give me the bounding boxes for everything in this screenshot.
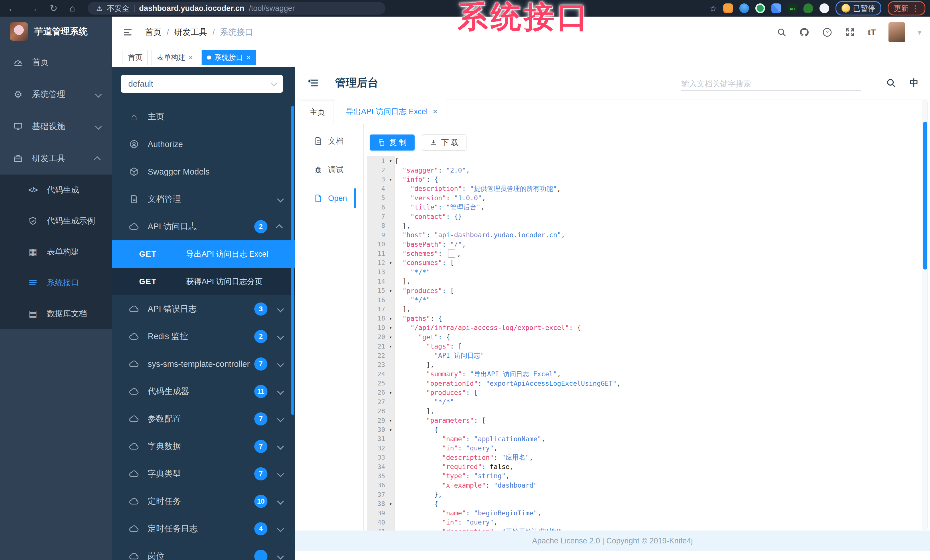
json-editor[interactable]: 1▾ 2 3▾ 4 5 6 7 8 9 10 11 12▾ 13 14 15▾ … — [367, 156, 910, 531]
swagger-item-top-3[interactable]: 文档管理 — [112, 186, 295, 213]
swagger-scrollbar[interactable] — [291, 106, 294, 415]
back-icon[interactable]: ← — [8, 3, 17, 14]
collapsed-fold-icon[interactable] — [448, 250, 455, 258]
breadcrumb-item[interactable]: 系统接口 — [220, 27, 253, 38]
fold-caret-icon[interactable]: ▾ — [387, 260, 394, 265]
sidebar-item-3[interactable]: 研发工具 — [0, 143, 112, 175]
view-tab-Open[interactable]: Open — [295, 187, 363, 210]
download-button[interactable]: 下 载 — [422, 135, 467, 150]
fontsize-icon[interactable]: tT — [868, 28, 876, 37]
forward-icon[interactable]: → — [29, 3, 38, 14]
ext-translate-icon[interactable]: cn — [787, 3, 797, 13]
address-bar[interactable]: ⚠ 不安全 dashboard.yudao.iocoder.cn /tool/s… — [88, 2, 385, 15]
sidebar-subitem-3[interactable]: 系统接口 — [0, 267, 112, 298]
view-tab-文档[interactable]: 文档 — [295, 129, 363, 153]
language-toggle[interactable]: 中 — [910, 77, 919, 89]
app-logo[interactable]: 芋道管理系统 — [0, 17, 112, 46]
fold-caret-icon[interactable]: ▾ — [387, 427, 394, 433]
sidebar-item-1[interactable]: ⚙ 系统管理 — [0, 78, 112, 110]
swagger-item-bottom-3[interactable]: 代码生成器 11 — [112, 378, 295, 405]
swagger-item-bottom-1[interactable]: Redis 监控 2 — [112, 323, 295, 350]
doc-tab-主页[interactable]: 主页 — [301, 100, 334, 124]
view-tab-调试[interactable]: 调试 — [295, 158, 363, 181]
api-group-select[interactable]: default — [121, 75, 283, 93]
tag-表单构建[interactable]: 表单构建 × — [151, 50, 198, 65]
swagger-item-bottom-6[interactable]: 字典类型 7 — [112, 460, 295, 488]
chevron-down-icon[interactable]: ▾ — [918, 28, 921, 37]
chevron-down-icon — [95, 90, 100, 99]
copy-button[interactable]: 复 制 — [370, 135, 414, 150]
fold-caret-icon[interactable]: ▾ — [387, 334, 394, 340]
breadcrumb-item[interactable]: 研发工具 — [174, 27, 207, 38]
fold-caret-icon[interactable]: ▾ — [387, 316, 394, 321]
update-chip[interactable]: 更新 ⋮ — [888, 1, 925, 15]
page-title: 管理后台 — [335, 75, 379, 90]
bookmark-star-icon[interactable]: ☆ — [709, 3, 717, 14]
swagger-endpoint-0[interactable]: GET 导出API 访问日志 Excel — [112, 240, 295, 268]
code-line: }, — [394, 490, 910, 499]
search-icon[interactable] — [777, 28, 787, 37]
swagger-item-top-4[interactable]: API 访问日志 2 — [112, 213, 295, 240]
close-icon[interactable]: × — [189, 54, 193, 61]
swagger-item-bottom-4[interactable]: 参数配置 7 — [112, 405, 295, 433]
doc-search-field[interactable] — [681, 75, 861, 91]
swagger-item-bottom-5[interactable]: 字典数据 7 — [112, 433, 295, 460]
tag-系统接口[interactable]: 系统接口 × — [202, 50, 256, 65]
sidebar-subitem-0[interactable]: </> 代码生成 — [0, 175, 112, 206]
scrollbar-thumb[interactable] — [923, 121, 927, 270]
ext-paw-icon[interactable] — [819, 3, 829, 13]
sidebar-subitem-2[interactable]: ▦ 表单构建 — [0, 236, 112, 267]
swagger-item-top-0[interactable]: ⌂ 主页 — [112, 103, 295, 130]
fold-caret-icon[interactable]: ▾ — [387, 325, 394, 330]
sidebar-fold-icon[interactable] — [123, 27, 133, 37]
close-icon[interactable]: × — [433, 107, 437, 116]
swagger-item-bottom-8[interactable]: 定时任务日志 4 — [112, 515, 295, 543]
ext-blue-icon[interactable] — [739, 3, 749, 13]
doc-tab-导出API 访问日志 Excel[interactable]: 导出API 访问日志 Excel × — [337, 99, 447, 124]
swagger-item-bottom-2[interactable]: sys-sms-template-controller 7 — [112, 350, 295, 378]
sidebar-subitem-4[interactable]: ▤ 数据库文档 — [0, 298, 112, 329]
endpoint-label: 获得API 访问日志分页 — [186, 276, 263, 287]
fold-caret-icon[interactable]: ▾ — [387, 390, 394, 396]
divider — [134, 5, 135, 12]
doc-search-icon[interactable] — [886, 78, 896, 88]
fold-caret-icon[interactable]: ▾ — [387, 176, 394, 182]
fold-caret-icon[interactable]: ▾ — [387, 344, 394, 349]
paused-chip[interactable]: 已暂停 — [836, 1, 881, 15]
ext-green-icon[interactable] — [755, 3, 765, 13]
sidebar-subitem-label: 表单构建 — [47, 246, 79, 257]
help-icon[interactable]: ? — [822, 27, 832, 37]
panel-fold-icon[interactable] — [308, 77, 319, 89]
security-label[interactable]: 不安全 — [107, 3, 129, 14]
breadcrumb-item[interactable]: 首页 — [145, 27, 162, 38]
sidebar-item-2[interactable]: 基础设施 — [0, 110, 112, 143]
ext-leaf-icon[interactable] — [804, 3, 813, 13]
ext-orange-icon[interactable] — [723, 3, 733, 13]
swagger-item-bottom-0[interactable]: API 错误日志 3 — [112, 295, 295, 323]
close-icon[interactable]: × — [246, 54, 251, 61]
fullscreen-icon[interactable] — [845, 27, 855, 37]
code-line: "consumes": [ — [394, 258, 910, 267]
fold-caret-icon[interactable]: ▾ — [387, 158, 394, 164]
home-icon[interactable]: ⌂ — [69, 3, 75, 14]
swagger-item-top-2[interactable]: Swagger Models — [112, 158, 295, 186]
swagger-item-top-1[interactable]: Authorize — [112, 130, 295, 158]
reload-icon[interactable]: ↻ — [50, 3, 57, 14]
tag-首页[interactable]: 首页 — [123, 50, 148, 65]
fold-caret-icon[interactable]: ▾ — [387, 417, 394, 423]
sidebar-subitem-1[interactable]: 代码生成示例 — [0, 206, 112, 236]
user-avatar[interactable] — [888, 22, 905, 42]
github-icon[interactable] — [799, 27, 810, 37]
swagger-item-bottom-7[interactable]: 定时任务 10 — [112, 488, 295, 515]
doc-search-input[interactable] — [681, 78, 861, 90]
menu-dots-icon[interactable]: ⋮ — [912, 4, 919, 13]
url-host[interactable]: dashboard.yudao.iocoder.cn — [139, 4, 245, 13]
sidebar-item-0[interactable]: 首页 — [0, 46, 112, 78]
line-number: 16 — [367, 295, 394, 304]
ext-grid-icon[interactable] — [771, 3, 781, 13]
swagger-endpoint-1[interactable]: GET 获得API 访问日志分页 — [112, 268, 295, 295]
editor-code[interactable]: { "swagger": "2.0", "info": { "descripti… — [394, 156, 910, 531]
fold-caret-icon[interactable]: ▾ — [387, 288, 394, 294]
fold-caret-icon[interactable]: ▾ — [387, 501, 394, 507]
swagger-item-bottom-9[interactable]: 岗位 — [112, 543, 295, 560]
